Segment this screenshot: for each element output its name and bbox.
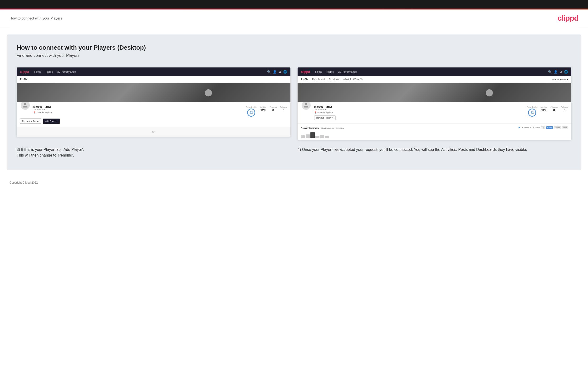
mock-activity-header: Activity Summary Monthly Activity - 6 Mo… bbox=[301, 125, 568, 130]
clippd-logo: clippd bbox=[558, 14, 579, 23]
search-icon-2: 🔍 bbox=[548, 70, 552, 74]
settings-icon-1: ⚙ bbox=[278, 70, 281, 74]
following-label-2: Following bbox=[561, 106, 568, 108]
caption-text-2: 4) Once your Player has accepted your re… bbox=[298, 147, 571, 152]
remove-player-button[interactable]: Remove Player ✕ bbox=[314, 116, 336, 120]
chart-bar-2 bbox=[306, 134, 310, 138]
activity-filters: On course Off course 1 yr 6 mths 3 mths … bbox=[519, 126, 568, 129]
screenshot-1: clippd Home Teams My Performance 🔍 👤 ⚙ 🌐… bbox=[17, 67, 290, 140]
mock-nav-teams-1: Teams bbox=[45, 70, 53, 73]
page-footer: Copyright Clippd 2022 bbox=[0, 177, 588, 188]
mock-profile-top-1: Marcus Turner 1-5 Handicap 📍 United King… bbox=[20, 100, 287, 117]
stat-activities-2: Activities 129 bbox=[541, 106, 547, 112]
quality-label-2: Player Quality bbox=[527, 106, 537, 108]
filter-3mths[interactable]: 3 mths bbox=[554, 126, 561, 129]
followers-label-1: Followers bbox=[269, 106, 277, 108]
footer-text: Copyright Clippd 2022 bbox=[9, 181, 38, 184]
mock-chart bbox=[301, 131, 568, 138]
tab-profile-2[interactable]: Profile bbox=[301, 76, 308, 83]
page-title: How to connect with your Players bbox=[9, 16, 62, 20]
quality-circle-2: 92 bbox=[528, 108, 536, 117]
settings-icon-2: ⚙ bbox=[560, 70, 562, 74]
activities-label-2: Activities bbox=[541, 106, 547, 108]
mock-tabs-1: Profile bbox=[17, 76, 290, 83]
filter-1mth[interactable]: 1 mth bbox=[562, 126, 568, 129]
player-location-2: 📍 United Kingdom bbox=[314, 111, 524, 114]
mock-profile-info-2: Marcus Turner 1-5 Handicap 📍 United King… bbox=[314, 100, 524, 120]
user-icon-1: 👤 bbox=[273, 70, 277, 74]
mock-nav-icons-1: 🔍 👤 ⚙ 🌐 bbox=[267, 70, 287, 74]
mock-stats-1: Player Quality 92 Activities 129 Followe… bbox=[246, 100, 287, 117]
activity-period-text: Monthly Activity - 6 Months bbox=[321, 127, 344, 129]
globe-icon-1: 🌐 bbox=[283, 70, 287, 74]
chart-bar-1 bbox=[301, 135, 305, 138]
captions-row: 3) If this is your Player tap, 'Add Play… bbox=[17, 147, 571, 158]
player-handicap-2: 1-5 Handicap bbox=[314, 108, 524, 111]
pencil-icon: ✏ bbox=[152, 130, 155, 134]
followers-value-2: 0 bbox=[550, 108, 558, 112]
mock-profile-1: Marcus Turner 1-5 Handicap 📍 United King… bbox=[17, 102, 290, 127]
caption-text-1: 3) If this is your Player tap, 'Add Play… bbox=[17, 147, 290, 158]
chart-bar-4 bbox=[315, 136, 320, 138]
activity-summary-title: Activity Summary bbox=[301, 127, 319, 129]
chart-bar-6 bbox=[325, 136, 329, 138]
followers-value-1: 0 bbox=[269, 108, 277, 112]
main-heading: How to connect with your Players (Deskto… bbox=[17, 44, 571, 51]
chevron-down-icon: ▾ bbox=[567, 78, 568, 81]
mock-browser-1: clippd Home Teams My Performance 🔍 👤 ⚙ 🌐… bbox=[17, 67, 290, 137]
stat-following-2: Following 0 bbox=[561, 106, 568, 112]
screenshot-2: clippd Home Teams My Performance 🔍 👤 ⚙ 🌐… bbox=[298, 67, 571, 140]
mock-browser-2: clippd Home Teams My Performance 🔍 👤 ⚙ 🌐… bbox=[298, 67, 571, 140]
chart-bar-3 bbox=[311, 132, 315, 138]
mock-hero-1 bbox=[17, 83, 290, 102]
mock-nav-2: clippd Home Teams My Performance 🔍 👤 ⚙ 🌐 bbox=[298, 67, 571, 76]
stat-followers-1: Followers 0 bbox=[269, 106, 277, 112]
add-player-button[interactable]: Add Player + bbox=[43, 118, 60, 124]
caption-col-2: 4) Once your Player has accepted your re… bbox=[298, 147, 571, 158]
on-course-dot bbox=[519, 127, 520, 128]
request-follow-button[interactable]: Request to Follow bbox=[20, 118, 41, 124]
mock-hero-2 bbox=[298, 83, 571, 102]
player-dropdown[interactable]: Marcus Turner ▾ bbox=[552, 76, 568, 83]
screenshots-row: clippd Home Teams My Performance 🔍 👤 ⚙ 🌐… bbox=[17, 67, 571, 140]
following-label-1: Following bbox=[280, 106, 287, 108]
player-location-1: 📍 United Kingdom bbox=[33, 111, 243, 114]
remove-x-icon: ✕ bbox=[332, 117, 334, 119]
tab-dashboard-2[interactable]: Dashboard bbox=[312, 76, 325, 83]
mock-tabs-2: Profile Dashboard Activities What To Wor… bbox=[298, 76, 571, 83]
followers-label-2: Followers bbox=[550, 106, 558, 108]
mock-stats-2: Player Quality 92 Activities 129 Followe… bbox=[527, 100, 568, 117]
stat-activities-1: Activities 129 bbox=[260, 106, 266, 112]
quality-label-1: Player Quality bbox=[246, 106, 256, 108]
filter-6mths[interactable]: 6 mths bbox=[546, 126, 553, 129]
user-icon-2: 👤 bbox=[554, 70, 558, 74]
player-quality-2: Player Quality 92 bbox=[527, 106, 537, 117]
main-content-area: How to connect with your Players (Deskto… bbox=[7, 34, 581, 170]
mock-profile-top-2: Marcus Turner 1-5 Handicap 📍 United King… bbox=[301, 100, 568, 120]
mock-buttons-1: Request to Follow Add Player + bbox=[20, 118, 287, 124]
off-course-label: Off course bbox=[532, 127, 540, 128]
tab-what-to-work-on-2[interactable]: What To Work On bbox=[343, 76, 363, 83]
activities-value-2: 129 bbox=[541, 108, 547, 112]
search-icon-1: 🔍 bbox=[267, 70, 271, 74]
following-value-1: 0 bbox=[280, 108, 287, 112]
mock-nav-home-1: Home bbox=[34, 70, 41, 73]
tab-profile-1[interactable]: Profile bbox=[20, 76, 27, 83]
off-course-dot bbox=[530, 127, 531, 128]
player-quality-1: Player Quality 92 bbox=[246, 106, 256, 117]
mock-nav-performance-2: My Performance bbox=[337, 70, 357, 73]
mock-nav-1: clippd Home Teams My Performance 🔍 👤 ⚙ 🌐 bbox=[17, 67, 290, 76]
globe-icon-2: 🌐 bbox=[564, 70, 568, 74]
following-value-2: 0 bbox=[561, 108, 568, 112]
player-name-1: Marcus Turner bbox=[33, 105, 243, 108]
player-handicap-1: 1-5 Handicap bbox=[33, 108, 243, 111]
header-divider bbox=[9, 27, 579, 27]
mock-footer-1: ✏ bbox=[17, 127, 290, 137]
mock-profile-2: Marcus Turner 1-5 Handicap 📍 United King… bbox=[298, 102, 571, 123]
mock-logo-2: clippd bbox=[301, 70, 310, 74]
mock-nav-performance-1: My Performance bbox=[57, 70, 76, 73]
top-bar bbox=[0, 0, 588, 8]
filter-1yr[interactable]: 1 yr bbox=[541, 126, 545, 129]
tab-activities-2[interactable]: Activities bbox=[329, 76, 339, 83]
stat-following-1: Following 0 bbox=[280, 106, 287, 112]
